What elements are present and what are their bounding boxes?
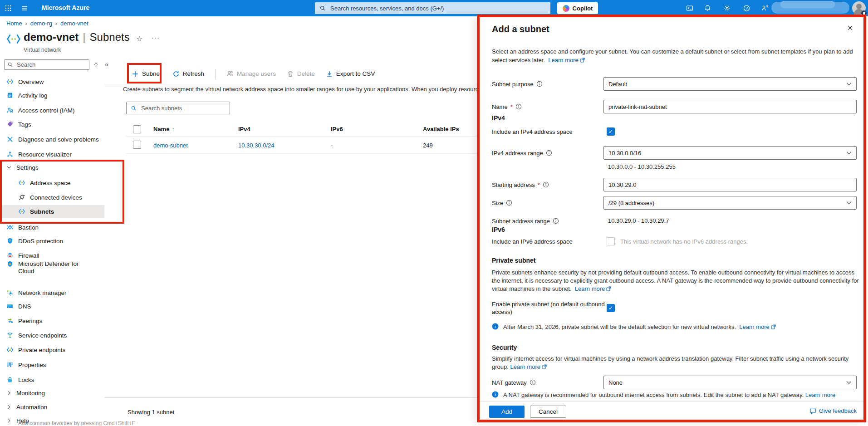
collapse-menu-icon[interactable]: «	[105, 60, 108, 68]
toolbar-separator	[215, 69, 216, 79]
cancel-button[interactable]: Cancel	[530, 406, 566, 418]
ipv4-range-select[interactable]: 10.30.0.0/16	[603, 146, 857, 160]
sidebar-item-subnets[interactable]: Subnets	[0, 205, 104, 218]
chevron-down-icon	[846, 82, 852, 86]
peerings-icon	[6, 317, 14, 324]
waffle-icon[interactable]	[5, 5, 12, 12]
starting-address-input[interactable]: 10.30.29.0	[603, 178, 857, 191]
copilot-label: Copilot	[573, 5, 593, 12]
sidebar-item-resource-visualizer[interactable]: Resource visualizer	[0, 148, 104, 161]
help-icon[interactable]: ?	[743, 5, 750, 12]
subnet-search-input[interactable]	[140, 104, 226, 112]
sidebar-item-private-endpoints[interactable]: Private endpoints	[0, 343, 104, 356]
info-icon[interactable]	[553, 218, 559, 224]
column-header-ipv6[interactable]: IPv6	[331, 122, 343, 136]
app-title[interactable]: Microsoft Azure	[42, 4, 89, 11]
favorite-star-icon[interactable]: ☆	[136, 34, 142, 43]
security-description: Simplify internet access for virtual mac…	[492, 355, 859, 371]
learn-more-link[interactable]: Learn more	[575, 285, 611, 292]
sidebar-item-overview[interactable]: Overview	[0, 75, 104, 88]
add-button[interactable]: Add	[489, 406, 525, 418]
sidebar-item-diagnose-and-solve-problems[interactable]: Diagnose and solve problems	[0, 133, 104, 146]
learn-more-link[interactable]: Learn more	[739, 323, 775, 330]
info-icon[interactable]	[546, 150, 552, 156]
subnet-purpose-select[interactable]: Default	[603, 77, 857, 91]
sidebar-item-locks[interactable]: Locks	[0, 373, 104, 386]
settings-gear-icon[interactable]	[723, 5, 731, 12]
sidebar-item-bastion[interactable]: Bastion	[0, 221, 104, 234]
select-all-checkbox[interactable]	[133, 125, 141, 133]
notifications-bell-icon[interactable]	[704, 5, 711, 12]
column-header-ipv4[interactable]: IPv4	[238, 122, 250, 136]
give-feedback-link[interactable]: Give feedback	[809, 407, 857, 414]
redacted-account-info	[780, 1, 835, 8]
close-icon[interactable]	[847, 24, 853, 31]
sidebar-item-address-space[interactable]: Address space	[0, 176, 104, 189]
chevron-down-icon	[846, 381, 852, 384]
connected-devices-icon	[18, 194, 25, 201]
info-icon[interactable]	[543, 181, 549, 188]
sidebar-item-network-manager[interactable]: Network manager	[0, 286, 104, 299]
toolbar-item-label: Manage users	[237, 70, 276, 77]
size-select[interactable]: /29 (8 addresses)	[603, 196, 857, 210]
subnet-name-link[interactable]: demo-subnet	[153, 142, 188, 149]
column-header-name[interactable]: Name↑	[153, 122, 174, 136]
global-search[interactable]	[315, 2, 550, 14]
info-icon[interactable]	[536, 81, 543, 87]
sidebar-item-ddos-protection[interactable]: DDoS protection	[0, 235, 104, 247]
learn-more-link[interactable]: Learn more	[548, 57, 584, 64]
more-options-icon[interactable]: ···	[152, 34, 160, 41]
export-to-csv-button[interactable]: Export to CSV	[326, 70, 375, 78]
subnet-ipv4-link[interactable]: 10.30.30.0/24	[238, 142, 275, 149]
subnet-range-label: Subnet address range	[492, 214, 601, 228]
name-input[interactable]: private-link-nat-subnet	[603, 100, 857, 113]
row-checkbox[interactable]	[133, 141, 141, 149]
info-icon[interactable]	[506, 200, 512, 206]
sidebar-item-monitoring[interactable]: Monitoring	[0, 387, 104, 399]
feedback-icon[interactable]	[760, 5, 769, 12]
learn-more-link[interactable]: Learn more	[805, 392, 835, 398]
subnet-range-value: 10.30.29.0 - 10.30.29.7	[608, 214, 669, 228]
sidebar-item-connected-devices[interactable]: Connected devices	[0, 191, 104, 204]
sidebar-item-peerings[interactable]: Peerings	[0, 314, 104, 327]
sidebar-item-dns[interactable]: DNS	[0, 300, 104, 313]
delete-icon	[287, 70, 294, 78]
hamburger-menu-icon[interactable]	[21, 5, 28, 12]
sidebar-item-label: Address space	[30, 180, 70, 186]
sidebar-item-service-endpoints[interactable]: Service endpoints	[0, 329, 104, 342]
enable-private-checkbox[interactable]	[607, 304, 615, 312]
sidebar-item-automation[interactable]: Automation	[0, 401, 104, 413]
sidebar-item-tags[interactable]: Tags	[0, 118, 104, 131]
info-filled-icon	[492, 323, 499, 330]
private-subnet-section-header: Private subnet	[492, 257, 535, 264]
sidebar-item-access-control-iam[interactable]: Access control (IAM)	[0, 104, 104, 117]
global-search-input[interactable]	[329, 5, 546, 12]
sidebar-item-settings[interactable]: Settings	[0, 161, 104, 174]
panel-intro: Select an address space and configure yo…	[492, 47, 857, 64]
cloud-shell-icon[interactable]	[686, 5, 694, 12]
info-icon[interactable]	[515, 103, 522, 110]
sidebar-item-properties[interactable]: Properties	[0, 358, 104, 371]
account-avatar[interactable]	[852, 1, 866, 15]
subnet-ipv6-value: -	[331, 138, 333, 153]
subnets-description: Create subnets to segment the virtual ne…	[123, 86, 477, 93]
copilot-button[interactable]: Copilot	[557, 2, 598, 14]
refresh-button[interactable]: Refresh	[172, 70, 204, 78]
subnet-search[interactable]	[126, 102, 230, 114]
include-ipv4-checkbox[interactable]	[607, 127, 615, 136]
nat-gateway-select[interactable]: None	[603, 376, 857, 389]
info-icon[interactable]	[530, 379, 536, 386]
toolbar-item-label: Subnet	[142, 70, 162, 77]
sidebar-item-label: Service endpoints	[18, 332, 67, 339]
panel-footer-divider	[480, 401, 864, 402]
subnet-available-ips-value: 249	[423, 138, 433, 153]
subnets-icon	[18, 208, 25, 215]
sidebar-item-label: Properties	[18, 362, 46, 368]
column-header-available-ips[interactable]: Available IPs	[423, 122, 459, 136]
defender-icon	[6, 260, 14, 268]
sidebar-item-activity-log[interactable]: Activity log	[0, 89, 104, 102]
sidebar-item-microsoft-defender-for-cloud[interactable]: Microsoft Defender for Cloud	[0, 259, 104, 279]
sidebar-item-label: Private endpoints	[18, 347, 65, 353]
subnet-button[interactable]: Subnet	[132, 70, 162, 78]
learn-more-link[interactable]: Learn more	[510, 363, 547, 370]
